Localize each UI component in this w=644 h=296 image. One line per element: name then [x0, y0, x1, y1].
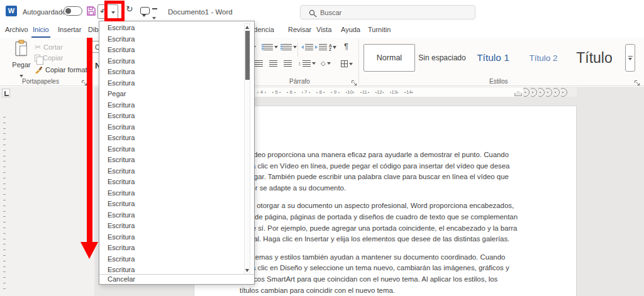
- style-option[interactable]: Normal: [364, 44, 415, 72]
- undo-history-item[interactable]: Escritura: [99, 210, 244, 221]
- increase-indent-button[interactable]: [315, 44, 327, 50]
- undo-history-item[interactable]: Escritura: [99, 45, 244, 56]
- dropdown-scrollbar[interactable]: [244, 23, 250, 275]
- copy-label: Copiar: [43, 54, 63, 62]
- styles-gallery-more-button[interactable]: [625, 44, 635, 72]
- ribbon-tab-bar: ArchivoInicioInsertarDibujarCorresponden…: [0, 21, 644, 38]
- undo-history-item[interactable]: Escritura: [99, 188, 244, 199]
- undo-history-item[interactable]: Escritura: [99, 67, 244, 78]
- sort-az-icon: AZ: [329, 44, 336, 51]
- clipboard-group-label: Portapapeles: [22, 78, 59, 85]
- document-paragraph: Para otorgar a su documento un aspecto p…: [240, 200, 548, 244]
- cancel-button[interactable]: Cancelar: [99, 274, 254, 284]
- borders-grid-icon: [341, 60, 348, 67]
- group-separator: [358, 40, 359, 84]
- undo-history-item[interactable]: Escritura: [99, 133, 244, 144]
- undo-history-item[interactable]: Escritura: [99, 243, 244, 254]
- text-line: Para otorgar a su documento un aspecto p…: [240, 200, 548, 212]
- indent-right-arrow-icon: [315, 45, 318, 49]
- undo-history-item[interactable]: Escritura: [99, 100, 244, 111]
- chevron-down-icon[interactable]: [349, 63, 353, 65]
- document-text: El vídeo proporciona una manera eficaz p…: [240, 150, 548, 296]
- align-center-button[interactable]: [255, 60, 263, 67]
- bar: [152, 8, 157, 9]
- undo-history-item[interactable]: Escritura: [99, 56, 244, 67]
- undo-history-item[interactable]: Pegar: [99, 89, 244, 100]
- scroll-up-icon[interactable]: [245, 26, 249, 29]
- text-line: El vídeo proporciona una manera eficaz p…: [240, 150, 548, 161]
- customize-toolbar-icon[interactable]: [152, 8, 158, 22]
- chevron-down-icon[interactable]: [312, 62, 316, 65]
- word-app-icon: W: [6, 6, 17, 16]
- justify-button[interactable]: [284, 60, 292, 67]
- borders-button[interactable]: [341, 60, 353, 67]
- pilcrow-icon: ¶: [344, 41, 348, 51]
- ribbon-tab[interactable]: Turnitin: [368, 26, 391, 33]
- search-input[interactable]: Buscar: [300, 5, 475, 19]
- format-painter-button[interactable]: Copiar formato: [35, 65, 91, 74]
- undo-history-item[interactable]: Escritura: [99, 23, 244, 34]
- undo-history-item[interactable]: Escritura: [99, 221, 244, 232]
- numbered-list-button[interactable]: [262, 44, 278, 50]
- undo-history-item[interactable]: Escritura: [99, 199, 244, 210]
- scroll-down-icon[interactable]: [245, 269, 249, 272]
- text-line: mejor se adapte a su documento.: [240, 183, 548, 194]
- undo-history-item[interactable]: Escritura: [99, 34, 244, 45]
- undo-history-item[interactable]: Escritura: [99, 177, 244, 188]
- multilevel-list-button[interactable]: [280, 44, 297, 50]
- undo-history-list: EscrituraEscrituraEscrituraEscrituraEscr…: [99, 23, 244, 276]
- red-arrow-head-icon: [80, 242, 98, 259]
- ruler-number: 11: [357, 87, 372, 97]
- ruler-number: 5: [269, 87, 284, 97]
- text-line: agregar. También puede escribir una pala…: [240, 172, 548, 183]
- undo-history-item[interactable]: Escritura: [99, 78, 244, 89]
- ruler-number: 12: [372, 87, 387, 97]
- redo-icon[interactable]: ↻: [126, 4, 133, 14]
- chevron-down-icon[interactable]: [327, 62, 331, 65]
- text-line: gráficos SmartArt para que coincidan con…: [240, 274, 548, 285]
- ribbon-tab[interactable]: Revisar: [288, 26, 311, 33]
- ribbon-tab[interactable]: Insertar: [58, 26, 81, 33]
- undo-history-item[interactable]: Escritura: [99, 155, 244, 166]
- text-line: títulos cambian para coincidir con el nu…: [240, 285, 548, 296]
- scrollbar-thumb[interactable]: [245, 31, 250, 80]
- scissors-icon: ✂: [35, 43, 41, 52]
- text-line: haga clic en Diseño y seleccione un tema…: [240, 263, 548, 274]
- decrease-indent-button[interactable]: [301, 44, 313, 50]
- tab-stop-selector[interactable]: [2, 89, 10, 97]
- undo-history-item[interactable]: Escritura: [99, 232, 244, 243]
- chevron-down-icon[interactable]: [293, 46, 297, 48]
- ribbon-tab[interactable]: Inicio: [33, 26, 49, 33]
- paste-button[interactable]: Pegar: [9, 40, 34, 80]
- style-option[interactable]: Título 2: [523, 44, 564, 72]
- undo-history-item[interactable]: Escritura: [99, 122, 244, 133]
- style-option[interactable]: Sin espaciado: [418, 44, 467, 72]
- shading-button[interactable]: ◇: [321, 60, 331, 67]
- paste-chevron-icon[interactable]: [19, 75, 23, 77]
- line-spacing-button[interactable]: ↕: [298, 60, 316, 67]
- undo-history-item[interactable]: Escritura: [99, 111, 244, 122]
- undo-history-dropdown: EscrituraEscrituraEscrituraEscrituraEscr…: [99, 21, 255, 285]
- ribbon-tab[interactable]: Archivo: [5, 26, 28, 33]
- document-paragraph: El vídeo proporciona una manera eficaz p…: [240, 150, 548, 194]
- show-paragraph-marks-button[interactable]: ¶: [344, 41, 348, 51]
- comment-icon[interactable]: [140, 7, 150, 14]
- paint-bucket-icon: ◇: [321, 60, 326, 67]
- align-right-button[interactable]: [269, 60, 277, 67]
- chevron-down-icon[interactable]: [274, 46, 278, 48]
- ribbon-tab[interactable]: Ayuda: [341, 26, 360, 33]
- undo-history-item[interactable]: Escritura: [99, 144, 244, 155]
- style-option[interactable]: Título 1: [470, 44, 516, 72]
- undo-history-item[interactable]: Escritura: [99, 166, 244, 177]
- autosave-toggle[interactable]: [64, 6, 82, 16]
- ruler-margin-ticks: [523, 87, 567, 97]
- style-option[interactable]: Título: [569, 44, 620, 72]
- ruler-number: 9: [328, 87, 342, 97]
- sort-button[interactable]: AZ: [329, 44, 336, 51]
- save-icon[interactable]: [86, 6, 96, 19]
- text-line: Los temas y estilos también ayudan a man…: [240, 252, 548, 263]
- ribbon-tab[interactable]: Vista: [316, 26, 331, 33]
- undo-history-item[interactable]: Escritura: [99, 254, 244, 265]
- clipboard-icon: [14, 40, 29, 57]
- chevron-down-icon: [628, 58, 632, 60]
